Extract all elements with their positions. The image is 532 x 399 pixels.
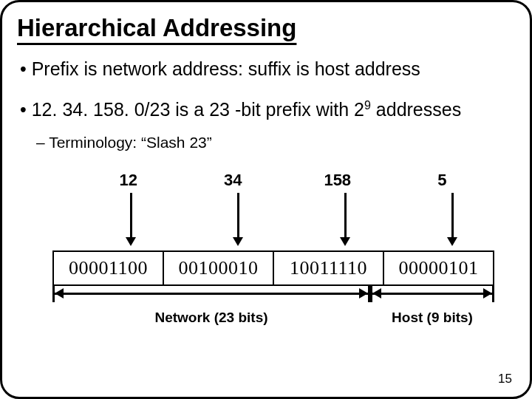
network-range-label: Network (23 bits) [52,310,370,326]
decimal-octet-4: 5 [390,171,495,190]
binary-row: 00001100 00100010 10011110 00000101 [52,250,494,286]
binary-octet-4: 00000101 [384,252,493,284]
binary-octet-2: 00100010 [164,252,274,284]
binary-octet-1: 00001100 [54,252,164,284]
decimal-octet-1: 12 [76,171,181,190]
sub-bullet-1: – Terminology: “Slash 23” [36,134,516,151]
address-diagram: 12 34 158 5 00001100 00100010 10011110 0… [16,171,516,355]
host-range [370,290,494,305]
host-range-label: Host (9 bits) [370,310,494,326]
slide-title: Hierarchical Addressing [17,14,516,42]
bullet-2-text-b: addresses [371,99,461,120]
sub-bullet-1-text: – Terminology: “Slash 23” [36,134,212,151]
network-range [52,290,370,305]
binary-octet-3: 10011110 [274,252,384,284]
slide-frame: Hierarchical Addressing • Prefix is netw… [0,0,532,399]
bullet-2-text-a: • 12. 34. 158. 0/23 is a 23 -bit prefix … [20,99,364,120]
bullet-list: • Prefix is network address: suffix is h… [16,58,516,151]
decimal-octet-3: 158 [285,171,390,190]
bullet-1: • Prefix is network address: suffix is h… [20,58,516,80]
page-number: 15 [498,372,512,386]
bullet-2-exp: 9 [364,99,371,112]
bullet-1-text: • Prefix is network address: suffix is h… [20,58,420,79]
decimal-row: 12 34 158 5 [76,171,494,190]
bullet-2: • 12. 34. 158. 0/23 is a 23 -bit prefix … [20,99,516,120]
decimal-octet-2: 34 [181,171,286,190]
